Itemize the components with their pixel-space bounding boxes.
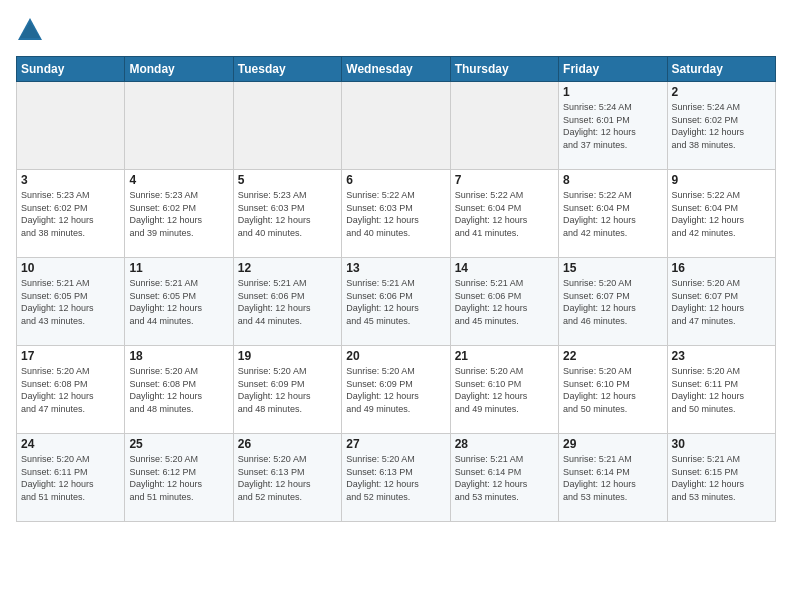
day-info: Sunrise: 5:21 AM Sunset: 6:14 PM Dayligh…	[563, 453, 662, 503]
day-number: 5	[238, 173, 337, 187]
day-number: 8	[563, 173, 662, 187]
day-number: 14	[455, 261, 554, 275]
calendar-body: 1Sunrise: 5:24 AM Sunset: 6:01 PM Daylig…	[17, 82, 776, 522]
calendar-cell: 28Sunrise: 5:21 AM Sunset: 6:14 PM Dayli…	[450, 434, 558, 522]
day-info: Sunrise: 5:20 AM Sunset: 6:09 PM Dayligh…	[346, 365, 445, 415]
calendar-cell: 6Sunrise: 5:22 AM Sunset: 6:03 PM Daylig…	[342, 170, 450, 258]
day-info: Sunrise: 5:20 AM Sunset: 6:08 PM Dayligh…	[21, 365, 120, 415]
calendar-cell: 24Sunrise: 5:20 AM Sunset: 6:11 PM Dayli…	[17, 434, 125, 522]
logo	[16, 16, 48, 44]
day-number: 9	[672, 173, 771, 187]
calendar-cell: 19Sunrise: 5:20 AM Sunset: 6:09 PM Dayli…	[233, 346, 341, 434]
svg-marker-1	[20, 22, 40, 38]
calendar-cell: 17Sunrise: 5:20 AM Sunset: 6:08 PM Dayli…	[17, 346, 125, 434]
day-info: Sunrise: 5:20 AM Sunset: 6:11 PM Dayligh…	[672, 365, 771, 415]
day-info: Sunrise: 5:23 AM Sunset: 6:03 PM Dayligh…	[238, 189, 337, 239]
calendar-cell: 2Sunrise: 5:24 AM Sunset: 6:02 PM Daylig…	[667, 82, 775, 170]
day-number: 16	[672, 261, 771, 275]
day-info: Sunrise: 5:21 AM Sunset: 6:14 PM Dayligh…	[455, 453, 554, 503]
calendar-cell: 16Sunrise: 5:20 AM Sunset: 6:07 PM Dayli…	[667, 258, 775, 346]
calendar-cell: 26Sunrise: 5:20 AM Sunset: 6:13 PM Dayli…	[233, 434, 341, 522]
day-header-saturday: Saturday	[667, 57, 775, 82]
calendar-cell: 20Sunrise: 5:20 AM Sunset: 6:09 PM Dayli…	[342, 346, 450, 434]
calendar-table: SundayMondayTuesdayWednesdayThursdayFrid…	[16, 56, 776, 522]
day-header-wednesday: Wednesday	[342, 57, 450, 82]
week-row-0: 1Sunrise: 5:24 AM Sunset: 6:01 PM Daylig…	[17, 82, 776, 170]
calendar-cell	[125, 82, 233, 170]
day-info: Sunrise: 5:20 AM Sunset: 6:07 PM Dayligh…	[563, 277, 662, 327]
day-number: 3	[21, 173, 120, 187]
calendar-cell: 21Sunrise: 5:20 AM Sunset: 6:10 PM Dayli…	[450, 346, 558, 434]
week-row-3: 17Sunrise: 5:20 AM Sunset: 6:08 PM Dayli…	[17, 346, 776, 434]
calendar-cell: 29Sunrise: 5:21 AM Sunset: 6:14 PM Dayli…	[559, 434, 667, 522]
day-info: Sunrise: 5:21 AM Sunset: 6:15 PM Dayligh…	[672, 453, 771, 503]
calendar-header: SundayMondayTuesdayWednesdayThursdayFrid…	[17, 57, 776, 82]
calendar-cell: 30Sunrise: 5:21 AM Sunset: 6:15 PM Dayli…	[667, 434, 775, 522]
day-info: Sunrise: 5:20 AM Sunset: 6:10 PM Dayligh…	[563, 365, 662, 415]
week-row-1: 3Sunrise: 5:23 AM Sunset: 6:02 PM Daylig…	[17, 170, 776, 258]
day-info: Sunrise: 5:20 AM Sunset: 6:11 PM Dayligh…	[21, 453, 120, 503]
day-info: Sunrise: 5:23 AM Sunset: 6:02 PM Dayligh…	[129, 189, 228, 239]
week-row-2: 10Sunrise: 5:21 AM Sunset: 6:05 PM Dayli…	[17, 258, 776, 346]
day-info: Sunrise: 5:20 AM Sunset: 6:10 PM Dayligh…	[455, 365, 554, 415]
week-row-4: 24Sunrise: 5:20 AM Sunset: 6:11 PM Dayli…	[17, 434, 776, 522]
day-number: 17	[21, 349, 120, 363]
calendar-cell: 5Sunrise: 5:23 AM Sunset: 6:03 PM Daylig…	[233, 170, 341, 258]
calendar-cell	[17, 82, 125, 170]
day-info: Sunrise: 5:22 AM Sunset: 6:04 PM Dayligh…	[563, 189, 662, 239]
day-info: Sunrise: 5:20 AM Sunset: 6:08 PM Dayligh…	[129, 365, 228, 415]
calendar-cell: 1Sunrise: 5:24 AM Sunset: 6:01 PM Daylig…	[559, 82, 667, 170]
day-info: Sunrise: 5:24 AM Sunset: 6:02 PM Dayligh…	[672, 101, 771, 151]
day-info: Sunrise: 5:21 AM Sunset: 6:05 PM Dayligh…	[129, 277, 228, 327]
header-row: SundayMondayTuesdayWednesdayThursdayFrid…	[17, 57, 776, 82]
day-header-monday: Monday	[125, 57, 233, 82]
day-number: 13	[346, 261, 445, 275]
day-number: 11	[129, 261, 228, 275]
day-info: Sunrise: 5:20 AM Sunset: 6:13 PM Dayligh…	[346, 453, 445, 503]
logo-icon	[16, 16, 44, 44]
day-info: Sunrise: 5:20 AM Sunset: 6:07 PM Dayligh…	[672, 277, 771, 327]
day-number: 2	[672, 85, 771, 99]
day-header-sunday: Sunday	[17, 57, 125, 82]
day-number: 30	[672, 437, 771, 451]
day-info: Sunrise: 5:22 AM Sunset: 6:04 PM Dayligh…	[672, 189, 771, 239]
calendar-cell: 14Sunrise: 5:21 AM Sunset: 6:06 PM Dayli…	[450, 258, 558, 346]
day-number: 21	[455, 349, 554, 363]
day-number: 24	[21, 437, 120, 451]
calendar-cell: 10Sunrise: 5:21 AM Sunset: 6:05 PM Dayli…	[17, 258, 125, 346]
calendar-cell: 11Sunrise: 5:21 AM Sunset: 6:05 PM Dayli…	[125, 258, 233, 346]
calendar-cell: 3Sunrise: 5:23 AM Sunset: 6:02 PM Daylig…	[17, 170, 125, 258]
calendar-cell	[233, 82, 341, 170]
day-info: Sunrise: 5:21 AM Sunset: 6:06 PM Dayligh…	[455, 277, 554, 327]
day-info: Sunrise: 5:20 AM Sunset: 6:12 PM Dayligh…	[129, 453, 228, 503]
day-info: Sunrise: 5:23 AM Sunset: 6:02 PM Dayligh…	[21, 189, 120, 239]
calendar-cell: 15Sunrise: 5:20 AM Sunset: 6:07 PM Dayli…	[559, 258, 667, 346]
day-info: Sunrise: 5:20 AM Sunset: 6:13 PM Dayligh…	[238, 453, 337, 503]
calendar-cell: 13Sunrise: 5:21 AM Sunset: 6:06 PM Dayli…	[342, 258, 450, 346]
day-number: 6	[346, 173, 445, 187]
day-number: 10	[21, 261, 120, 275]
calendar-cell: 7Sunrise: 5:22 AM Sunset: 6:04 PM Daylig…	[450, 170, 558, 258]
day-number: 20	[346, 349, 445, 363]
calendar-cell: 4Sunrise: 5:23 AM Sunset: 6:02 PM Daylig…	[125, 170, 233, 258]
calendar-cell: 8Sunrise: 5:22 AM Sunset: 6:04 PM Daylig…	[559, 170, 667, 258]
day-header-thursday: Thursday	[450, 57, 558, 82]
day-number: 19	[238, 349, 337, 363]
day-number: 1	[563, 85, 662, 99]
calendar-cell	[342, 82, 450, 170]
day-info: Sunrise: 5:21 AM Sunset: 6:06 PM Dayligh…	[346, 277, 445, 327]
page: SundayMondayTuesdayWednesdayThursdayFrid…	[0, 0, 792, 532]
day-header-friday: Friday	[559, 57, 667, 82]
day-header-tuesday: Tuesday	[233, 57, 341, 82]
day-number: 28	[455, 437, 554, 451]
day-number: 27	[346, 437, 445, 451]
day-number: 23	[672, 349, 771, 363]
day-number: 25	[129, 437, 228, 451]
day-number: 12	[238, 261, 337, 275]
day-info: Sunrise: 5:22 AM Sunset: 6:03 PM Dayligh…	[346, 189, 445, 239]
calendar-cell	[450, 82, 558, 170]
day-info: Sunrise: 5:21 AM Sunset: 6:06 PM Dayligh…	[238, 277, 337, 327]
calendar-cell: 9Sunrise: 5:22 AM Sunset: 6:04 PM Daylig…	[667, 170, 775, 258]
day-number: 7	[455, 173, 554, 187]
day-number: 26	[238, 437, 337, 451]
